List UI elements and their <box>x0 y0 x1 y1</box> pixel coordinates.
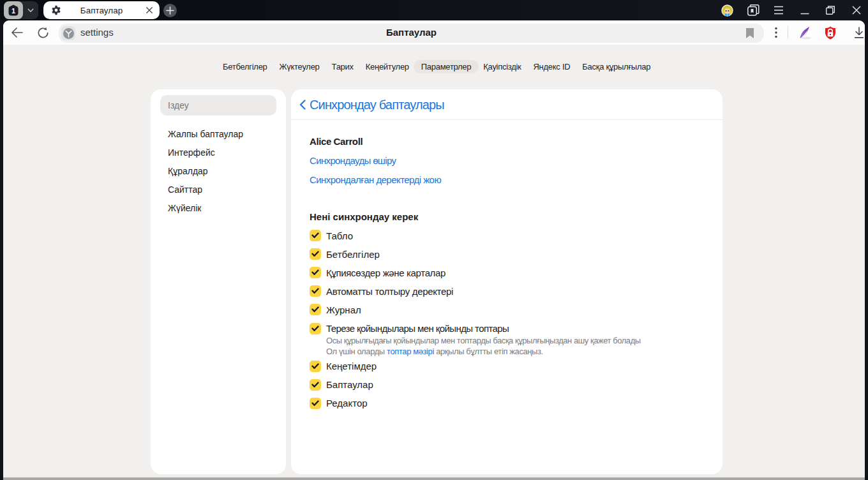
svg-text:1: 1 <box>11 7 15 15</box>
